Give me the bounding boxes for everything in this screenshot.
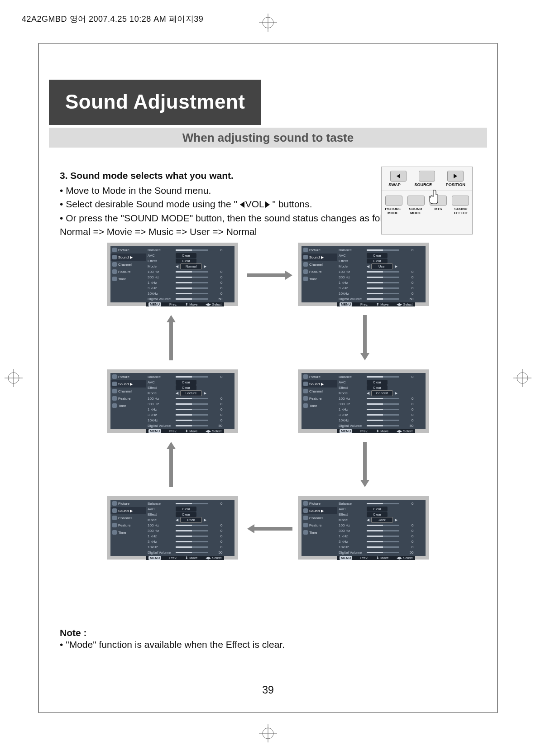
note-text-span: "Mode" function is available when the Ef… [66,639,285,650]
osd-diagram: PictureSound ▶ChannelFeatureTime Balance… [107,243,429,569]
osd-tab-picture: Picture [110,500,146,507]
osd-tab-picture: Picture [110,246,146,254]
remote-picture-mode-label: PICTURE MODE [384,207,402,215]
crop-mark-left [5,369,23,387]
step-title-text: Sound mode selects what you want. [70,170,234,181]
osd-tab-time: Time [302,402,337,409]
remote-source-button [419,171,435,182]
osd-concert: PictureSound ▶ChannelFeatureTime Balance… [298,369,429,433]
svg-marker-17 [360,480,369,487]
osd-tab-sound: Sound ▶ [302,380,337,388]
remote-right-arrow-button [447,171,464,182]
crop-mark-right [513,369,531,387]
svg-marker-22 [167,315,176,322]
note-text: • "Mode" function is available when the … [60,639,285,650]
osd-rock: PictureSound ▶ChannelFeatureTime Balance… [107,496,238,560]
step-number: 3. [60,170,68,181]
osd-tab-feature: Feature [302,522,337,529]
osd-jazz: PictureSound ▶ChannelFeatureTime Balance… [298,496,429,560]
osd-tab-sound: Sound ▶ [110,507,146,514]
osd-normal: PictureSound ▶ChannelFeatureTime Balance… [107,243,238,306]
svg-marker-13 [285,271,292,280]
remote-picture-mode-button [385,196,402,206]
page-frame: Sound Adjustment When adjusting sound to… [38,43,498,713]
bullet-3-text: Or press the "SOUND MODE" button, then t… [66,213,410,223]
remote-sound-effect-label: SOUND EFFECT [452,207,470,215]
remote-sound-effect-button [452,196,469,206]
section-heading: When adjusting sound to taste [182,131,354,145]
osd-tab-channel: Channel [302,514,337,522]
arrow-up-2 [166,315,177,360]
triangle-left-icon [240,201,244,208]
remote-sound-mode-label: SOUND MODE [407,207,425,215]
remote-mts-label: MTS [429,207,447,215]
page-number: 39 [262,684,274,696]
svg-marker-18 [247,524,254,533]
osd-tab-channel: Channel [302,261,337,268]
note-title: Note : [60,627,285,638]
osd-tab-sound: Sound ▶ [110,254,146,261]
bullet-1-text: Move to Mode in the Sound menu. [66,185,211,196]
osd-tab-time: Time [302,275,337,282]
osd-tab-feature: Feature [110,268,146,275]
osd-tab-channel: Channel [110,261,146,268]
osd-tab-channel: Channel [110,514,146,522]
osd-tab-sound: Sound ▶ [302,507,337,514]
remote-source-label: SOURCE [414,182,432,187]
arrow-left-1 [247,523,292,534]
print-header: 42A2GMBD 영어 2007.4.25 10:28 AM 페이지39 [22,14,203,24]
osd-tab-picture: Picture [302,246,337,254]
page-title: Sound Adjustment [49,80,261,125]
osd-user: PictureSound ▶ChannelFeatureTime Balance… [298,243,429,306]
osd-tab-channel: Channel [302,388,337,395]
osd-tab-feature: Feature [110,522,146,529]
osd-tab-time: Time [302,529,337,536]
osd-tab-picture: Picture [302,373,337,380]
osd-tab-time: Time [110,402,146,409]
arrow-down-1 [359,315,370,360]
osd-tab-channel: Channel [110,388,146,395]
remote-control-illustration: SWAP SOURCE POSITION PICTURE MODE SOUND … [381,167,473,234]
osd-tab-sound: Sound ▶ [110,380,146,388]
arrow-down-2 [359,442,370,487]
arrow-up-1 [166,442,177,487]
osd-tab-sound: Sound ▶ [302,254,337,261]
osd-tab-picture: Picture [302,500,337,507]
remote-position-label: POSITION [446,182,465,187]
remote-swap-label: SWAP [388,182,401,187]
crop-mark-top [259,14,277,32]
remote-left-arrow-button [390,171,407,182]
osd-tab-time: Time [110,275,146,282]
section-heading-bar: When adjusting sound to taste [49,128,487,148]
crop-mark-bottom [259,724,277,742]
osd-tab-time: Time [110,529,146,536]
remote-mts-button [430,196,447,206]
triangle-right-icon [265,201,270,208]
osd-lecture: PictureSound ▶ChannelFeatureTime Balance… [107,369,238,433]
arrow-right-1 [247,270,292,281]
vol-buttons-inline: VOL [240,197,270,211]
remote-sound-mode-button [407,196,425,206]
osd-tab-feature: Feature [110,395,146,402]
svg-marker-20 [167,442,176,449]
osd-tab-feature: Feature [302,395,337,402]
osd-tab-feature: Feature [302,268,337,275]
note-block: Note : • "Mode" function is available wh… [60,627,285,650]
svg-marker-15 [360,353,369,360]
osd-tab-picture: Picture [110,373,146,380]
